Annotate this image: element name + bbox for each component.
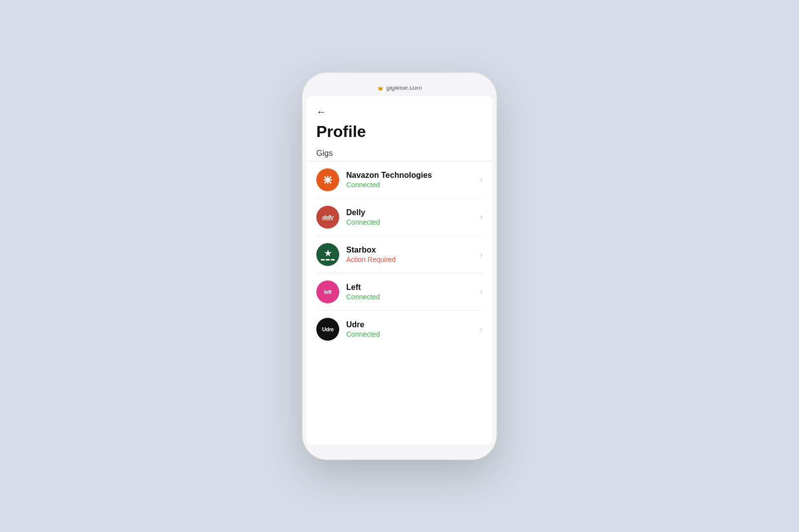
gig-item-navazon[interactable]: Navazon Technologies Connected › [316, 161, 483, 199]
gig-logo-left: left [316, 280, 339, 303]
gig-status-navazon: Connected [346, 181, 476, 189]
starbox-waves [321, 259, 335, 261]
gig-name-udre: Udre [346, 320, 476, 329]
wave-line-2 [326, 259, 330, 261]
left-logo-text: left [324, 289, 332, 295]
gig-logo-udre: Udre [316, 318, 339, 341]
gig-logo-delly: delly [316, 206, 339, 229]
chevron-navazon: › [480, 175, 483, 184]
wave-line-1 [321, 259, 325, 261]
gig-name-delly: Delly [346, 208, 476, 217]
phone-notch [367, 73, 432, 87]
gig-info-starbox: Starbox Action Required [346, 246, 476, 264]
gig-info-udre: Udre Connected [346, 320, 476, 338]
gig-name-navazon: Navazon Technologies [346, 171, 476, 180]
gig-name-starbox: Starbox [346, 246, 476, 255]
gig-status-starbox: Action Required [346, 256, 476, 264]
gig-logo-starbox: ★ [316, 243, 339, 266]
gig-name-left: Left [346, 283, 476, 292]
page-title: Profile [316, 123, 483, 141]
gig-status-delly: Connected [346, 218, 476, 226]
chevron-starbox: › [480, 250, 483, 259]
chevron-delly: › [480, 213, 483, 222]
phone-frame: 🔒 gigwise.com ← Profile Gigs Navazon Tec… [302, 73, 497, 460]
gig-status-udre: Connected [346, 330, 476, 338]
back-button[interactable]: ← [316, 106, 326, 118]
gig-item-left[interactable]: left Left Connected › [316, 273, 483, 311]
delly-logo-text: delly [322, 214, 334, 220]
section-label: Gigs [316, 149, 483, 158]
starbox-logo-inner: ★ [321, 249, 335, 261]
chevron-left: › [480, 287, 483, 296]
udre-logo-text: Udre [322, 326, 333, 332]
wave-line-3 [331, 259, 335, 261]
gig-item-starbox[interactable]: ★ Starbox Action Required › [316, 236, 483, 273]
page-content: ← Profile Gigs Navazon Technologies Conn… [306, 96, 493, 445]
gig-info-navazon: Navazon Technologies Connected [346, 171, 476, 189]
starbox-star-icon: ★ [324, 249, 331, 258]
gig-item-delly[interactable]: delly Delly Connected › [316, 199, 483, 236]
gig-status-left: Connected [346, 293, 476, 301]
gig-info-delly: Delly Connected [346, 208, 476, 226]
gig-item-udre[interactable]: Udre Udre Connected › [316, 311, 483, 348]
gig-info-left: Left Connected [346, 283, 476, 301]
gig-logo-navazon [316, 168, 339, 191]
chevron-udre: › [480, 325, 483, 334]
